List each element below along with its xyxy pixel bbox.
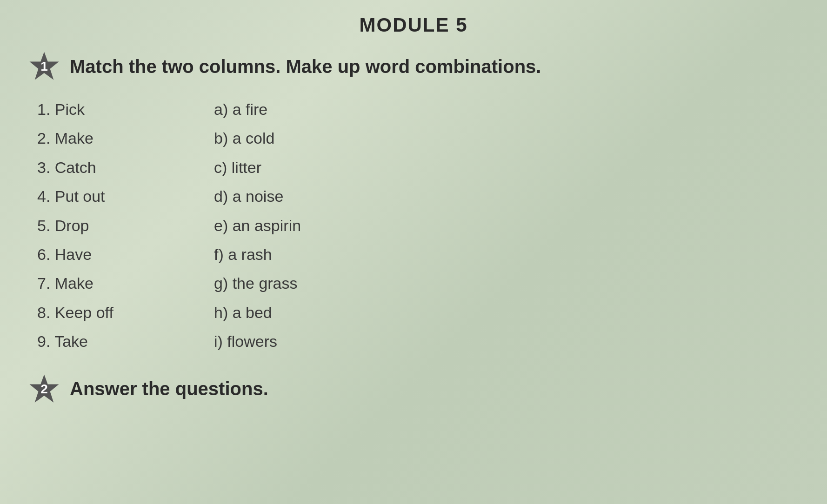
list-item: b) a cold: [214, 126, 391, 151]
exercise-1-instruction: Match the two columns. Make up word comb…: [70, 56, 541, 77]
list-item: 4. Put out: [37, 184, 214, 209]
left-column: 1. Pick 2. Make 3. Catch 4. Put out 5. D…: [37, 97, 214, 354]
list-item: g) the grass: [214, 271, 391, 296]
list-item: a) a fire: [214, 97, 391, 122]
list-item: c) litter: [214, 155, 391, 180]
list-item: e) an aspirin: [214, 213, 391, 238]
exercise-2-instruction: Answer the questions.: [70, 378, 268, 399]
list-item: i) flowers: [214, 329, 391, 354]
list-item: 6. Have: [37, 242, 214, 267]
columns-container: 1. Pick 2. Make 3. Catch 4. Put out 5. D…: [28, 97, 799, 354]
list-item: f) a rash: [214, 242, 391, 267]
exercise-1-header: 1 Match the two columns. Make up word co…: [28, 50, 799, 83]
list-item: 2. Make: [37, 126, 214, 151]
list-item: 7. Make: [37, 271, 214, 296]
list-item: 9. Take: [37, 329, 214, 354]
badge-number-2: 2: [40, 382, 48, 397]
right-column: a) a fire b) a cold c) litter d) a noise…: [214, 97, 391, 354]
star-badge-1: 1: [28, 50, 60, 83]
list-item: d) a noise: [214, 184, 391, 209]
badge-number-1: 1: [40, 59, 48, 74]
star-badge-2: 2: [28, 373, 60, 405]
list-item: 3. Catch: [37, 155, 214, 180]
list-item: 8. Keep off: [37, 300, 214, 325]
list-item: 5. Drop: [37, 213, 214, 238]
list-item: 1. Pick: [37, 97, 214, 122]
exercise-1-block: 1 Match the two columns. Make up word co…: [28, 50, 799, 354]
module-title: MODULE 5: [28, 14, 799, 36]
page: MODULE 5 1 Match the two columns. Make u…: [0, 0, 827, 504]
list-item: h) a bed: [214, 300, 391, 325]
exercise-2-header: 2 Answer the questions.: [28, 373, 799, 405]
